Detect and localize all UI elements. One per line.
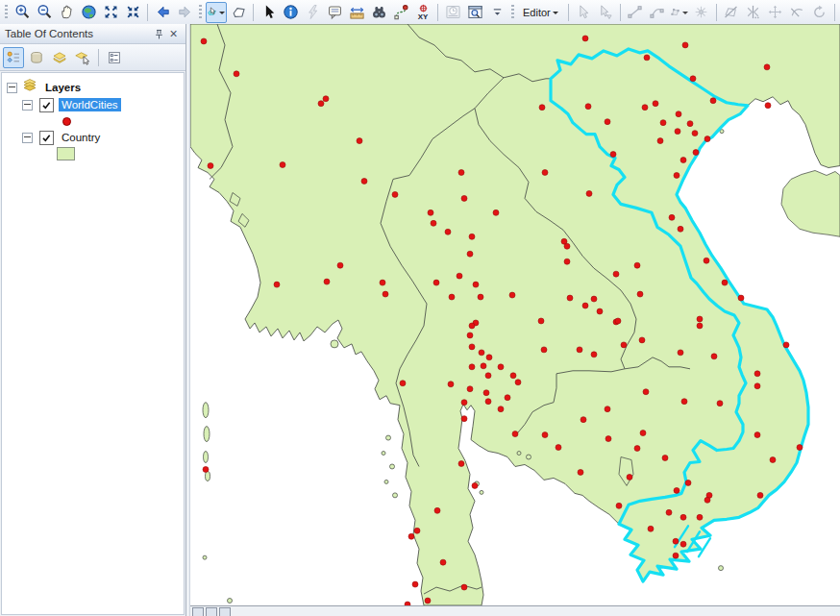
city-point[interactable] [461, 195, 467, 201]
city-point[interactable] [676, 111, 681, 117]
city-point[interactable] [510, 373, 516, 379]
city-point[interactable] [605, 407, 610, 412]
city-point[interactable] [687, 121, 693, 127]
pin-icon[interactable] [152, 27, 166, 41]
dropdown-caret-icon[interactable] [682, 12, 688, 17]
go-back-extent-button[interactable] [152, 2, 173, 23]
city-point[interactable] [653, 101, 658, 107]
refresh-button[interactable] [219, 607, 231, 616]
city-point[interactable] [717, 401, 723, 407]
city-point[interactable] [448, 382, 454, 387]
city-point[interactable] [615, 318, 621, 324]
city-point[interactable] [597, 308, 603, 314]
city-point[interactable] [581, 417, 586, 423]
city-point[interactable] [738, 295, 744, 301]
city-point[interactable] [680, 514, 686, 520]
city-point[interactable] [682, 42, 688, 48]
city-point[interactable] [542, 432, 548, 438]
city-point[interactable] [639, 337, 645, 343]
city-point[interactable] [414, 528, 420, 533]
city-point[interactable] [634, 262, 640, 268]
layout-view-button[interactable] [206, 607, 217, 616]
city-point[interactable] [669, 214, 675, 220]
city-point[interactable] [605, 119, 610, 125]
city-point[interactable] [408, 533, 414, 539]
city-point[interactable] [461, 584, 467, 590]
city-point[interactable] [634, 446, 640, 452]
city-point[interactable] [234, 71, 239, 77]
city-point[interactable] [539, 105, 545, 111]
layer-visibility-checkbox[interactable] [39, 131, 54, 145]
city-point[interactable] [673, 538, 679, 544]
city-point[interactable] [440, 559, 446, 565]
dropdown-caret-icon[interactable] [219, 12, 225, 17]
city-point[interactable] [582, 36, 588, 41]
city-point[interactable] [722, 280, 728, 285]
fixed-zoom-out-button[interactable] [122, 2, 143, 23]
layer-item-country[interactable]: Country [2, 129, 184, 146]
city-point[interactable] [644, 55, 650, 61]
city-point[interactable] [505, 395, 510, 401]
city-point[interactable] [469, 344, 475, 350]
city-point[interactable] [425, 598, 431, 604]
city-point[interactable] [680, 158, 686, 163]
city-point[interactable] [678, 226, 683, 232]
identify-button[interactable] [280, 2, 301, 23]
list-by-source-button[interactable] [26, 47, 47, 68]
city-point[interactable] [541, 347, 547, 353]
full-extent-button[interactable] [78, 2, 99, 23]
city-point[interactable] [493, 209, 499, 215]
zoom-out-button[interactable] [34, 2, 55, 23]
city-point[interactable] [754, 383, 760, 389]
list-by-selection-button[interactable] [72, 47, 93, 68]
city-point[interactable] [764, 64, 770, 70]
select-elements-button[interactable] [258, 2, 279, 23]
city-point[interactable] [704, 136, 710, 142]
city-point[interactable] [642, 105, 648, 111]
city-point[interactable] [469, 364, 475, 370]
toolbar-grip[interactable] [199, 5, 202, 20]
city-point[interactable] [591, 352, 597, 357]
editor-menu[interactable]: Editor [518, 1, 564, 24]
map-canvas[interactable] [190, 24, 840, 605]
city-point[interactable] [469, 234, 475, 239]
city-point[interactable] [697, 514, 703, 520]
city-point[interactable] [498, 407, 504, 412]
toolbar-grip[interactable] [511, 5, 514, 20]
layer-item-worldcities[interactable]: WorldCities [2, 96, 184, 113]
city-point[interactable] [400, 381, 406, 386]
city-point[interactable] [457, 273, 462, 279]
city-point[interactable] [337, 262, 343, 268]
city-point[interactable] [357, 138, 362, 144]
city-point[interactable] [412, 581, 418, 587]
city-point[interactable] [697, 316, 703, 322]
find-button[interactable] [368, 2, 389, 23]
city-point[interactable] [461, 416, 467, 422]
city-point[interactable] [449, 294, 455, 300]
city-point[interactable] [577, 347, 582, 353]
collapse-expander[interactable] [22, 133, 33, 143]
city-point[interactable] [613, 271, 619, 277]
fixed-zoom-in-button[interactable] [100, 2, 121, 23]
city-point[interactable] [657, 138, 663, 144]
city-point[interactable] [711, 354, 717, 359]
select-features-button[interactable] [206, 2, 227, 23]
city-point[interactable] [757, 492, 763, 498]
layer-symbol-polygon[interactable] [2, 146, 184, 161]
city-point[interactable] [591, 296, 597, 302]
city-point[interactable] [564, 243, 570, 249]
city-point[interactable] [640, 431, 646, 436]
city-point[interactable] [678, 350, 683, 356]
city-point[interactable] [564, 259, 570, 264]
list-by-visibility-button[interactable] [49, 47, 70, 68]
collapse-expander[interactable] [22, 100, 33, 111]
city-point[interactable] [643, 389, 649, 395]
city-point[interactable] [324, 279, 330, 284]
city-point[interactable] [586, 190, 592, 196]
city-point[interactable] [208, 163, 213, 169]
city-point[interactable] [498, 364, 504, 370]
layer-label[interactable]: Country [59, 131, 103, 144]
city-point[interactable] [673, 553, 679, 558]
city-point[interactable] [538, 318, 544, 324]
city-point[interactable] [274, 282, 280, 287]
